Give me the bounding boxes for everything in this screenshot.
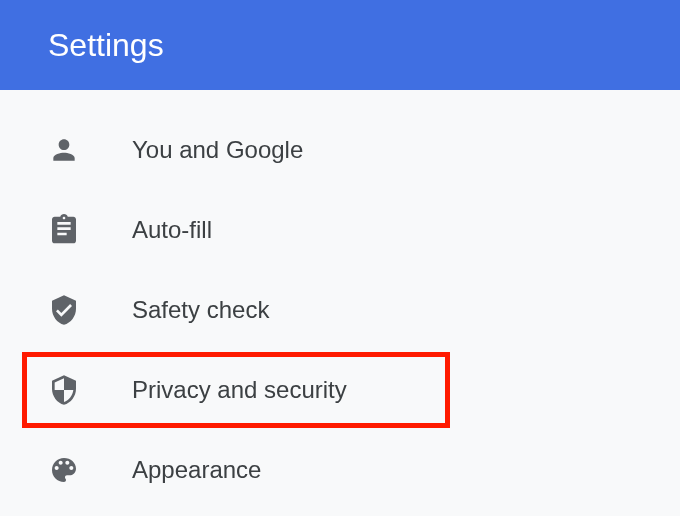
menu-item-safety-check[interactable]: Safety check xyxy=(0,270,680,350)
settings-header: Settings xyxy=(0,0,680,90)
shield-icon xyxy=(48,374,80,406)
menu-item-label: You and Google xyxy=(132,136,303,164)
menu-item-auto-fill[interactable]: Auto-fill xyxy=(0,190,680,270)
menu-item-label: Appearance xyxy=(132,456,261,484)
menu-item-label: Auto-fill xyxy=(132,216,212,244)
clipboard-icon xyxy=(48,214,80,246)
menu-item-appearance[interactable]: Appearance xyxy=(0,430,680,510)
menu-item-privacy-and-security[interactable]: Privacy and security xyxy=(0,350,680,430)
settings-title: Settings xyxy=(48,27,164,64)
menu-item-label: Safety check xyxy=(132,296,269,324)
menu-item-you-and-google[interactable]: You and Google xyxy=(0,110,680,190)
shield-check-icon xyxy=(48,294,80,326)
menu-item-label: Privacy and security xyxy=(132,376,347,404)
palette-icon xyxy=(48,454,80,486)
person-icon xyxy=(48,134,80,166)
settings-menu: You and Google Auto-fill Safety check Pr… xyxy=(0,90,680,510)
